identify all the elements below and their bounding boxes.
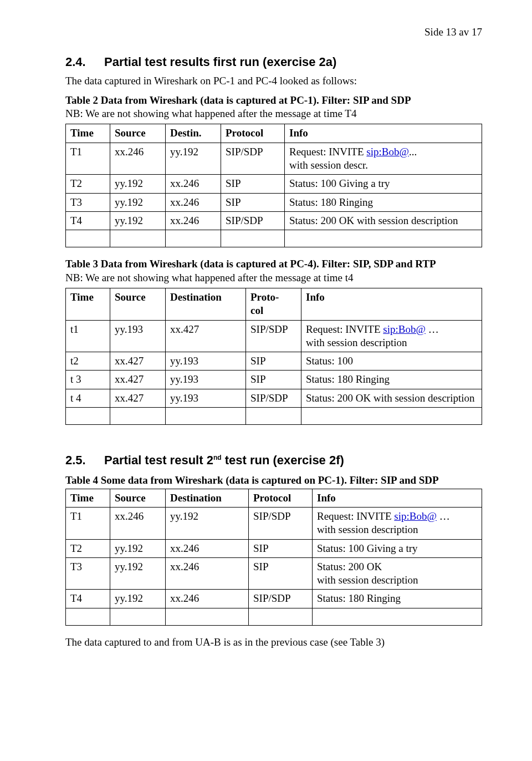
cell: t1 [66,320,110,352]
section-24-heading: 2.4.Partial test results first run (exer… [65,54,482,70]
section-24-title: Partial test results first run (exercise… [104,55,336,69]
table3-note: NB: We are not showing what happened aft… [65,271,482,285]
cell: yy.192 [166,143,221,175]
cell: Request: INVITE sip:Bob@ … with session … [301,320,482,352]
cell: Status: 100 [301,352,482,371]
cell: xx.246 [166,590,249,608]
cell: yy.192 [110,590,166,608]
section-25-number: 2.5. [65,453,104,468]
text: with session description [306,337,407,348]
table-3: Time Source Destination Proto-col Info t… [65,288,482,425]
section-25-title-a: Partial test result 2 [104,453,213,467]
col-source: Source [110,288,166,320]
col-protocol: Protocol [249,489,313,507]
cell: SIP [249,539,313,557]
col-destination: Destination [166,288,246,320]
cell: SIP/SDP [221,143,285,175]
col-protocol: Protocol [221,124,285,143]
cell: Request: INVITE sip:Bob@... with session… [285,143,482,175]
cell: xx.427 [166,320,246,352]
cell: yy.192 [110,539,166,557]
cell: T3 [66,557,110,590]
col-source: Source [110,489,166,507]
cell: Status: 180 Ringing [285,193,482,211]
text: Proto- [250,291,279,303]
cell: xx.246 [166,557,249,590]
cell: xx.246 [110,143,166,175]
table2-note: NB: We are not showing what happened aft… [65,107,482,120]
cell: T4 [66,211,110,230]
sip-link[interactable]: sip:Bob@ [383,323,426,335]
table-4: Time Source Destination Protocol Info T1… [65,489,482,626]
cell: T4 [66,590,110,608]
table-row-empty [66,608,482,625]
table-row: T2 yy.192 xx.246 SIP Status: 100 Giving … [66,175,482,193]
cell: yy.192 [110,175,166,193]
cell: Request: INVITE sip:Bob@ … with session … [313,507,482,539]
text: Request: INVITE [317,510,394,522]
col-time: Time [66,288,110,320]
table-row: T4 yy.192 xx.246 SIP/SDP Status: 200 OK … [66,211,482,230]
text: with session description [317,574,418,586]
cell: yy.193 [110,320,166,352]
table-row: t1 yy.193 xx.427 SIP/SDP Request: INVITE… [66,320,482,352]
cell: SIP/SDP [246,389,301,407]
cell: T1 [66,507,110,539]
cell: SIP [221,175,285,193]
cell: xx.246 [166,193,221,211]
table-row-empty [66,408,482,425]
text: Request: INVITE [289,146,366,158]
section-24-number: 2.4. [65,54,104,70]
cell: T3 [66,193,110,211]
cell: yy.193 [166,389,246,407]
sip-link[interactable]: sip:Bob@ [394,510,437,522]
table-row: T1 xx.246 yy.192 SIP/SDP Request: INVITE… [66,507,482,539]
col-protocol: Proto-col [246,288,301,320]
table-row: T3 yy.192 xx.246 SIP Status: 200 OK with… [66,557,482,590]
table-row-empty [66,230,482,247]
cell: SIP [249,557,313,590]
page-number: Side 13 av 17 [65,26,482,39]
page: Side 13 av 17 2.4.Partial test results f… [0,0,532,761]
cell: T2 [66,175,110,193]
section-25-heading: 2.5.Partial test result 2nd test run (ex… [65,453,482,468]
col-info: Info [301,288,482,320]
cell: yy.193 [166,352,246,371]
table4-caption: Table 4 Some data from Wireshark (data i… [65,474,482,487]
cell: yy.193 [166,371,246,389]
table-row: T2 yy.192 xx.246 SIP Status: 100 Giving … [66,539,482,557]
footnote: The data captured to and from UA-B is as… [65,636,482,649]
cell: yy.192 [110,193,166,211]
sip-link[interactable]: sip:Bob@ [366,146,409,158]
table2-caption: Table 2 Data from Wireshark (data is cap… [65,94,482,107]
cell: yy.192 [166,507,249,539]
cell: yy.192 [110,211,166,230]
table-row: T3 yy.192 xx.246 SIP Status: 180 Ringing [66,193,482,211]
cell: xx.427 [110,389,166,407]
section-24-intro: The data captured in Wireshark on PC-1 a… [65,74,482,88]
text: ... [409,146,417,158]
table-row: T4 yy.192 xx.246 SIP/SDP Status: 180 Rin… [66,590,482,608]
table-row: t2 xx.427 yy.193 SIP Status: 100 [66,352,482,371]
table-2: Time Source Destin. Protocol Info T1 xx.… [65,124,482,247]
cell: t2 [66,352,110,371]
cell: Status: 180 Ringing [313,590,482,608]
cell: xx.246 [166,211,221,230]
text: with session descr. [289,159,368,171]
text: … [426,323,439,335]
cell: SIP/SDP [249,590,313,608]
cell: Status: 100 Giving a try [313,539,482,557]
cell: SIP [221,193,285,211]
cell: Status: 100 Giving a try [285,175,482,193]
cell: xx.427 [110,352,166,371]
cell: xx.246 [166,175,221,193]
cell: t 4 [66,389,110,407]
cell: T1 [66,143,110,175]
text: … [437,510,450,522]
text: col [250,305,263,316]
col-source: Source [110,124,166,143]
table3-caption: Table 3 Data from Wireshark (data is cap… [65,257,482,271]
col-destination: Destination [166,489,249,507]
cell: yy.192 [110,557,166,590]
text: Request: INVITE [306,323,383,335]
